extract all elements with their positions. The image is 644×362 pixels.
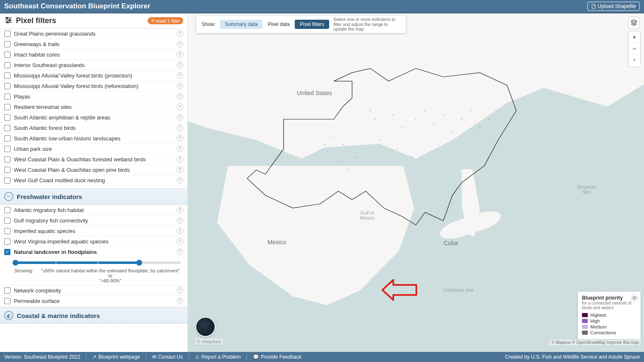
checkbox[interactable] <box>4 298 10 304</box>
zoom-in-button[interactable]: + <box>628 31 640 43</box>
checkbox[interactable] <box>4 135 10 142</box>
filter-row[interactable]: Network complexity? <box>0 285 187 296</box>
help-icon[interactable]: ? <box>177 248 183 255</box>
checkbox[interactable] <box>4 83 10 89</box>
filter-label: West Gulf Coast mottled duck nesting <box>14 177 173 184</box>
help-icon[interactable]: ? <box>177 93 183 100</box>
svg-point-8 <box>384 123 384 124</box>
upload-shapefile-label: Upload Shapefile <box>598 3 636 9</box>
help-icon[interactable]: ? <box>177 238 183 245</box>
svg-point-24 <box>333 136 334 137</box>
filter-label: Playas <box>14 93 173 100</box>
checkbox[interactable] <box>4 146 10 152</box>
checkbox[interactable] <box>4 207 10 213</box>
tab-summary-data[interactable]: Summary data <box>220 20 262 29</box>
filter-row[interactable]: West Gulf Coast mottled duck nesting? <box>0 175 187 186</box>
section-freshwater[interactable]: 〰 Freshwater indicators <box>0 188 187 205</box>
section-coastal[interactable]: ◐ Coastal & marine indicators <box>0 307 187 324</box>
filter-row[interactable]: West Coastal Plain & Ouachitas forested … <box>0 154 187 165</box>
reset-filters-button[interactable]: ✕ reset 1 filter <box>148 17 183 24</box>
filter-row[interactable]: Intact habitat cores? <box>0 49 187 60</box>
filter-row[interactable]: West Virginia imperiled aquatic species? <box>0 236 187 247</box>
filter-row[interactable]: Playas? <box>0 91 187 102</box>
help-icon[interactable]: ? <box>177 135 183 142</box>
filter-row[interactable]: Mississippi Alluvial Valley forest birds… <box>0 70 187 81</box>
legend-visibility-toggle[interactable] <box>631 294 638 302</box>
checkbox[interactable] <box>4 125 10 131</box>
checkbox[interactable]: ✓ <box>4 249 10 255</box>
filter-row[interactable]: South Atlantic low-urban historic landsc… <box>0 133 187 144</box>
help-icon[interactable]: ? <box>177 62 183 68</box>
filter-row[interactable]: Greenways & trails? <box>0 39 187 49</box>
help-icon[interactable]: ? <box>177 156 183 163</box>
checkbox[interactable] <box>4 114 10 121</box>
zoom-out-button[interactable]: − <box>628 43 640 55</box>
slider-handle-min[interactable] <box>13 260 18 266</box>
checkbox[interactable] <box>4 52 10 58</box>
footer-link-contact[interactable]: ✉ Contact Us <box>152 354 189 360</box>
slider-handle-max[interactable] <box>136 260 142 266</box>
help-icon[interactable]: ? <box>177 228 183 234</box>
upload-shapefile-button[interactable]: Upload Shapefile <box>587 2 640 11</box>
filter-row[interactable]: Gulf migratory fish connectivity? <box>0 215 187 226</box>
filter-row[interactable]: Imperiled aquatic species? <box>0 226 187 236</box>
checkbox[interactable] <box>4 156 10 163</box>
help-icon[interactable]: ? <box>177 145 183 152</box>
checkbox[interactable] <box>4 62 10 68</box>
help-icon[interactable]: ? <box>177 177 183 184</box>
help-icon[interactable]: ? <box>177 30 183 37</box>
checkbox[interactable] <box>4 217 10 224</box>
filters-icon <box>4 16 13 26</box>
compass-button[interactable] <box>628 55 640 67</box>
help-icon[interactable]: ? <box>177 103 183 110</box>
svg-point-25 <box>343 144 343 145</box>
checkbox[interactable] <box>4 93 10 100</box>
checkbox[interactable] <box>4 72 10 79</box>
help-icon[interactable]: ? <box>177 287 183 294</box>
filter-row[interactable]: ✓Natural landcover in floodplains? <box>0 247 187 257</box>
map-attribution[interactable]: © Mapbox © OpenStreetMap Improve this ma… <box>550 340 641 345</box>
layers-button[interactable] <box>628 17 640 28</box>
help-icon[interactable]: ? <box>177 72 183 79</box>
footer-link-report[interactable]: ⚠ Report a Problem <box>195 354 247 360</box>
help-icon[interactable]: ? <box>177 166 183 173</box>
filter-row[interactable]: Atlantic migratory fish habitat? <box>0 205 187 215</box>
help-icon[interactable]: ? <box>177 51 183 58</box>
basemap-switcher[interactable] <box>195 317 216 337</box>
sidebar-scroll[interactable]: Great Plains perennial grasslands?Greenw… <box>0 28 187 352</box>
checkbox[interactable] <box>4 177 10 184</box>
checkbox[interactable] <box>4 287 10 294</box>
filter-row[interactable]: Resilient terrestrial sites? <box>0 102 187 112</box>
footer-link-feedback[interactable]: 💬 Provide Feedback <box>253 354 307 360</box>
filter-row[interactable]: Mississippi Alluvial Valley forest birds… <box>0 81 187 91</box>
checkbox[interactable] <box>4 228 10 234</box>
app-footer: Version: Southeast Blueprint 2022 ↗ Blue… <box>0 352 644 362</box>
checkbox[interactable] <box>4 31 10 37</box>
filter-row[interactable]: West Coastal Plain & Ouachitas open pine… <box>0 165 187 175</box>
help-icon[interactable]: ? <box>177 207 183 213</box>
footer-link-blueprint[interactable]: ↗ Blueprint webpage <box>92 354 146 360</box>
help-icon[interactable]: ? <box>177 297 183 304</box>
section-freshwater-title: Freshwater indicators <box>17 193 82 200</box>
tab-pixel-filters[interactable]: Pixel filters <box>295 20 329 29</box>
help-icon[interactable]: ? <box>177 83 183 89</box>
filter-row[interactable]: Interior Southeast grasslands? <box>0 60 187 70</box>
checkbox[interactable] <box>4 104 10 110</box>
svg-point-3 <box>6 17 8 18</box>
help-icon[interactable]: ? <box>177 114 183 121</box>
filter-row[interactable]: South Atlantic amphibian & reptile areas… <box>0 112 187 123</box>
filter-row[interactable]: Urban park size? <box>0 144 187 154</box>
map-canvas[interactable]: United States Mexico Cuba Gulf of Mexico… <box>188 13 644 352</box>
filter-row[interactable]: Great Plains perennial grasslands? <box>0 28 187 39</box>
svg-point-7 <box>374 119 375 119</box>
tab-pixel-data[interactable]: Pixel data <box>262 20 295 29</box>
range-slider[interactable] <box>14 261 181 264</box>
filter-row[interactable]: Permeable surface? <box>0 296 187 306</box>
filter-row[interactable]: South Atlantic forest birds? <box>0 123 187 133</box>
help-icon[interactable]: ? <box>177 217 183 224</box>
help-icon[interactable]: ? <box>177 124 183 131</box>
checkbox[interactable] <box>4 167 10 173</box>
checkbox[interactable] <box>4 238 10 245</box>
checkbox[interactable] <box>4 41 10 47</box>
help-icon[interactable]: ? <box>177 41 183 47</box>
